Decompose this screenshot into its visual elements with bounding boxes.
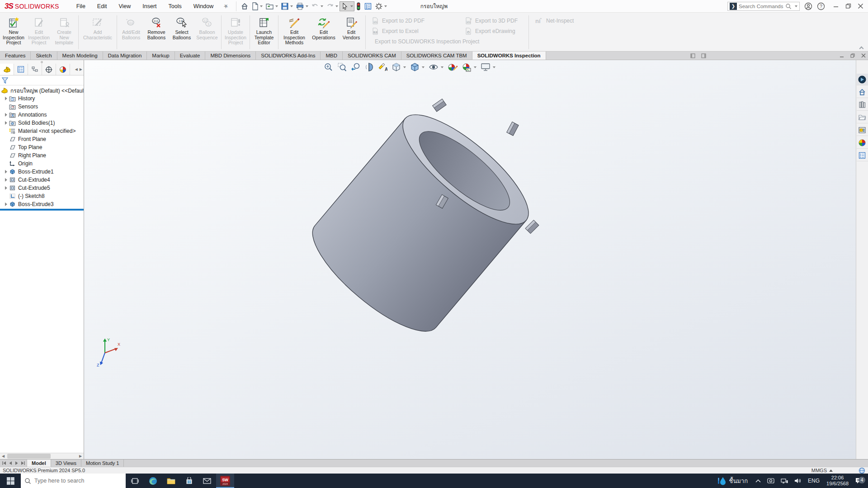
select-balloons-button[interactable]: 11 Select Balloons bbox=[169, 14, 194, 51]
open-button[interactable] bbox=[264, 1, 279, 11]
task-view-button[interactable] bbox=[126, 474, 144, 488]
doc-restore-icon[interactable] bbox=[850, 53, 855, 58]
chevron-down-icon[interactable] bbox=[260, 5, 263, 7]
restore-icon[interactable] bbox=[845, 3, 851, 9]
launch-template-editor-button[interactable]: Launch Template Editor bbox=[251, 14, 277, 51]
file-explorer-tab[interactable] bbox=[857, 112, 868, 123]
scroll-left-button[interactable]: ◀ bbox=[0, 453, 6, 459]
tab-mbd-dimensions[interactable]: MBD Dimensions bbox=[205, 52, 256, 60]
scroll-right-button[interactable]: ▶ bbox=[77, 453, 84, 459]
expand-arrow-icon[interactable] bbox=[5, 97, 7, 100]
chevron-down-icon[interactable] bbox=[350, 5, 353, 7]
dock-left-icon[interactable] bbox=[690, 53, 695, 58]
tree-item-origin[interactable]: Origin bbox=[0, 160, 84, 168]
cylinder-part[interactable] bbox=[298, 99, 543, 347]
rollback-bar[interactable] bbox=[0, 209, 84, 211]
expand-arrow-icon[interactable] bbox=[5, 186, 7, 190]
tree-item-sketch8[interactable]: (-) Sketch8 bbox=[0, 192, 84, 200]
globe-icon[interactable] bbox=[859, 467, 865, 474]
first-tab-button[interactable] bbox=[1, 460, 7, 466]
tree-item-boss-extrude3[interactable]: Boss-Extrude3 bbox=[0, 200, 84, 208]
tree-item-front-plane[interactable]: Front Plane bbox=[0, 135, 84, 143]
network-button[interactable] bbox=[778, 474, 791, 488]
tree-item-history[interactable]: History bbox=[0, 94, 84, 103]
propertymanager-tab[interactable] bbox=[14, 64, 28, 75]
displaymanager-tab[interactable] bbox=[56, 64, 70, 75]
menu-window[interactable]: Window bbox=[188, 1, 219, 11]
units-selector[interactable]: MMGS bbox=[811, 468, 833, 473]
store-taskbar-button[interactable] bbox=[180, 474, 198, 488]
menu-edit[interactable]: Edit bbox=[92, 1, 113, 11]
view-palette-tab[interactable] bbox=[857, 124, 868, 136]
rebuild-button[interactable] bbox=[354, 1, 363, 12]
doc-close-icon[interactable] bbox=[861, 53, 866, 58]
menu-view[interactable]: View bbox=[113, 1, 136, 11]
new-inspection-project-button[interactable]: New Inspection Project bbox=[1, 14, 26, 51]
scrollbar-thumb[interactable] bbox=[7, 454, 51, 459]
home-button[interactable] bbox=[239, 1, 250, 11]
last-tab-button[interactable] bbox=[20, 460, 26, 466]
taskbar-clock[interactable]: 22:06 19/6/2568 bbox=[823, 475, 852, 487]
edge-taskbar-button[interactable] bbox=[144, 474, 162, 488]
settings-button[interactable] bbox=[373, 1, 388, 11]
tree-item-cut-extrude5[interactable]: Cut-Extrude5 bbox=[0, 184, 84, 192]
new-document-button[interactable] bbox=[250, 1, 264, 11]
tab-solidworks-cam-tbm[interactable]: SOLIDWORKS CAM TBM bbox=[401, 52, 472, 60]
expand-arrow-icon[interactable] bbox=[5, 178, 7, 182]
scroll-right-icon[interactable]: ▶ bbox=[80, 67, 82, 71]
tree-item-annotations[interactable]: A Annotations bbox=[0, 111, 84, 119]
dimxpertmanager-tab[interactable] bbox=[42, 64, 56, 75]
tree-item-boss-extrude1[interactable]: Boss-Extrude1 bbox=[0, 168, 84, 176]
tab-evaluate[interactable]: Evaluate bbox=[175, 52, 206, 60]
expand-arrow-icon[interactable] bbox=[5, 202, 7, 206]
file-explorer-taskbar-button[interactable] bbox=[162, 474, 180, 488]
tab-mbd[interactable]: MBD bbox=[321, 52, 343, 60]
start-button[interactable] bbox=[0, 474, 21, 488]
tab-markup[interactable]: Markup bbox=[147, 52, 175, 60]
3dexperience-tab[interactable] bbox=[857, 74, 868, 85]
edit-vendors-button[interactable]: Edit Vendors bbox=[339, 14, 364, 51]
solidworks-taskbar-button[interactable]: SW2024 bbox=[216, 474, 234, 488]
tree-root-part[interactable]: กรอบใหญ่พ (Default) <<Default>_Displ bbox=[0, 86, 84, 94]
help-icon[interactable]: ? bbox=[817, 2, 825, 10]
screen-cast-button[interactable] bbox=[764, 474, 778, 488]
taskbar-search[interactable] bbox=[21, 474, 126, 488]
tree-item-cut-extrude4[interactable]: Cut-Extrude4 bbox=[0, 176, 84, 184]
chevron-down-icon[interactable] bbox=[275, 5, 278, 7]
taskbar-search-input[interactable] bbox=[34, 478, 122, 484]
tree-item-right-plane[interactable]: Right Plane bbox=[0, 151, 84, 160]
search-icon[interactable] bbox=[785, 3, 792, 9]
menu-tools[interactable]: Tools bbox=[163, 1, 187, 11]
graphics-viewport[interactable]: A bbox=[84, 60, 856, 459]
next-tab-button[interactable] bbox=[14, 460, 19, 466]
tab-sketch[interactable]: Sketch bbox=[31, 52, 57, 60]
mounting-tab[interactable] bbox=[507, 122, 519, 136]
undo-button[interactable] bbox=[310, 1, 325, 11]
home-tab[interactable] bbox=[857, 86, 868, 98]
select-tool-button[interactable] bbox=[340, 1, 354, 11]
scrollbar-track[interactable] bbox=[6, 453, 77, 459]
command-search[interactable]: ❯ bbox=[727, 2, 800, 11]
close-icon[interactable] bbox=[858, 3, 863, 9]
language-indicator[interactable]: ENG bbox=[805, 474, 823, 488]
menu-insert[interactable]: Insert bbox=[137, 1, 162, 11]
tab-solidworks-addins[interactable]: SOLIDWORKS Add-Ins bbox=[256, 52, 321, 60]
tab-features[interactable]: Features bbox=[0, 52, 31, 60]
expand-arrow-icon[interactable] bbox=[5, 121, 7, 125]
featuremanager-tab[interactable] bbox=[0, 64, 14, 75]
tab-mesh-modeling[interactable]: Mesh Modeling bbox=[57, 52, 103, 60]
tab-motion-study-1[interactable]: Motion Study 1 bbox=[81, 460, 124, 467]
scroll-left-icon[interactable]: ◀ bbox=[75, 67, 78, 71]
weather-widget[interactable]: ชื้นมาก bbox=[713, 476, 752, 486]
tree-horizontal-scrollbar[interactable]: ◀ ▶ bbox=[0, 453, 84, 459]
expand-arrow-icon[interactable] bbox=[5, 170, 7, 174]
configurationmanager-tab[interactable] bbox=[28, 64, 42, 75]
dock-right-icon[interactable] bbox=[701, 53, 706, 58]
mounting-tab[interactable] bbox=[525, 220, 539, 234]
user-account-icon[interactable] bbox=[804, 2, 812, 10]
options-list-button[interactable] bbox=[363, 1, 373, 11]
action-center-button[interactable]: 4 bbox=[852, 477, 868, 484]
print-button[interactable] bbox=[294, 1, 310, 11]
ribbon-collapse-button[interactable] bbox=[860, 46, 864, 48]
chevron-down-icon[interactable] bbox=[306, 5, 308, 7]
